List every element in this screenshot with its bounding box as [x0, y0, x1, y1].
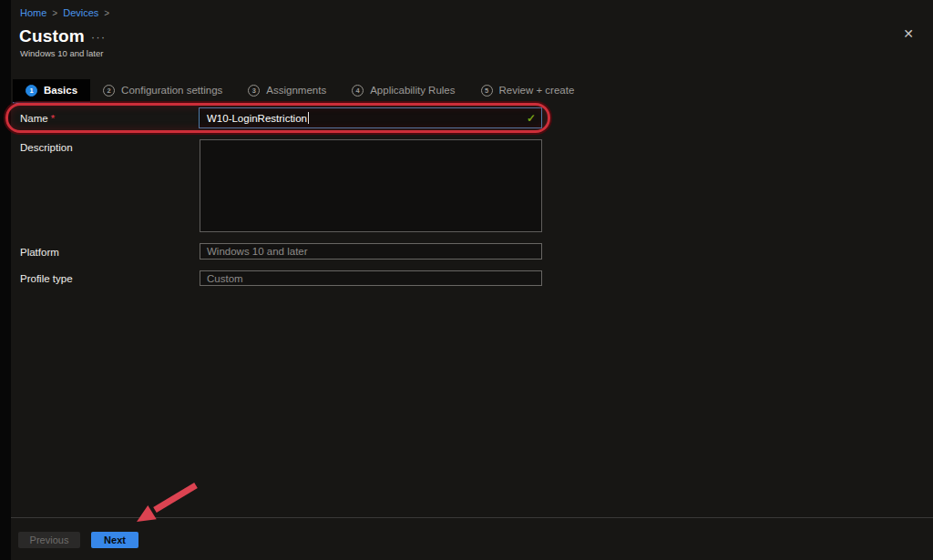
tab-label: Configuration settings [121, 85, 222, 96]
name-field-label: Name* [20, 113, 55, 124]
page-subtitle: Windows 10 and later [20, 48, 103, 58]
profile-type-field-label: Profile type [20, 273, 73, 284]
close-icon[interactable]: ✕ [900, 27, 917, 44]
platform-field-label: Platform [20, 247, 59, 258]
tab-basics[interactable]: 1 Basics [13, 79, 90, 104]
profile-type-readonly-input: Custom [200, 270, 542, 286]
name-label-text: Name [20, 113, 48, 124]
text-caret [308, 112, 309, 124]
tab-applicability-rules[interactable]: 4 Applicability Rules [339, 79, 467, 104]
step-2-badge: 2 [103, 85, 115, 97]
breadcrumb-separator-icon: > [52, 8, 57, 18]
step-1-badge: 1 [26, 85, 37, 97]
step-5-badge: 5 [481, 85, 493, 97]
name-input[interactable]: W10-LoginRestriction ✓ [199, 107, 542, 128]
tab-review-create[interactable]: 5 Review + create [468, 79, 588, 104]
valid-checkmark-icon: ✓ [527, 112, 536, 125]
breadcrumb-link-home[interactable]: Home [20, 7, 46, 18]
name-input-value: W10-LoginRestriction [207, 113, 307, 124]
more-options-icon[interactable]: ··· [91, 31, 107, 44]
previous-button[interactable]: Previous [18, 532, 80, 548]
description-input[interactable] [200, 139, 542, 232]
breadcrumb-separator-icon: > [104, 8, 109, 18]
next-button[interactable]: Next [91, 532, 138, 548]
tab-label: Applicability Rules [370, 85, 455, 96]
wizard-step-tabs: 1 Basics 2 Configuration settings 3 Assi… [13, 79, 587, 104]
tab-label: Basics [44, 85, 77, 96]
window-edge-strip [0, 0, 11, 560]
required-asterisk: * [51, 113, 55, 124]
tab-label: Assignments [266, 85, 326, 96]
tab-label: Review + create [499, 85, 575, 96]
tab-configuration-settings[interactable]: 2 Configuration settings [90, 79, 235, 104]
step-4-badge: 4 [352, 85, 364, 97]
tab-assignments[interactable]: 3 Assignments [235, 79, 339, 104]
description-field-label: Description [20, 142, 73, 153]
breadcrumb-link-devices[interactable]: Devices [63, 7, 98, 18]
step-3-badge: 3 [248, 85, 260, 97]
profile-type-value: Custom [207, 273, 243, 284]
annotation-arrow [128, 480, 200, 527]
page-title: Custom [19, 26, 85, 46]
breadcrumb: Home > Devices > [20, 7, 109, 18]
footer-divider [11, 517, 933, 518]
platform-readonly-input: Windows 10 and later [200, 243, 542, 260]
platform-value: Windows 10 and later [207, 246, 308, 257]
